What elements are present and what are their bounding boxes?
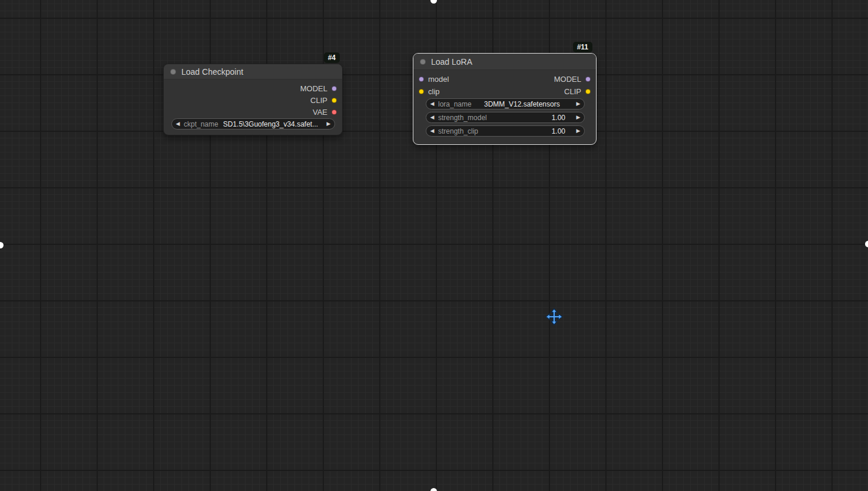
model-input-slot-dot[interactable] [419,77,424,82]
increment-arrow-icon[interactable]: ▶ [572,99,584,109]
widget-value: 1.00 [478,127,572,135]
decrement-arrow-icon[interactable]: ◀ [426,126,438,136]
edge-handle-bottom[interactable] [430,488,437,491]
decrement-arrow-icon[interactable]: ◀ [426,99,438,109]
increment-arrow-icon[interactable]: ▶ [572,126,584,136]
widget-label: ckpt_name [184,120,218,128]
widget-label: lora_name [438,100,472,108]
slot-row: VAE [164,106,342,118]
increment-arrow-icon[interactable]: ▶ [572,112,584,122]
strength-clip-widget[interactable]: ◀ strength_clip 1.00 ▶ [426,125,585,137]
edge-handle-top[interactable] [430,0,437,4]
vae-output-slot-dot[interactable] [332,110,337,115]
collapse-dot-icon[interactable] [170,69,176,75]
output-slot-label: CLIP [564,87,581,96]
decrement-arrow-icon[interactable]: ◀ [426,112,438,122]
ckpt-name-widget[interactable]: ◀ ckpt_name SD1.5\3Guofeng3_v34.safet...… [171,118,335,130]
increment-arrow-icon[interactable]: ▶ [323,119,334,129]
widget-value: SD1.5\3Guofeng3_v34.safet... [223,120,323,128]
node-id-badge: #4 [324,52,340,63]
clip-output-slot-dot[interactable] [332,98,337,103]
model-output-slot-dot[interactable] [332,86,337,91]
widget-value: 1.00 [487,114,572,122]
widget-label: strength_clip [438,127,478,135]
collapse-dot-icon[interactable] [420,59,426,65]
lora-name-widget[interactable]: ◀ lora_name 3DMM_V12.safetensors ▶ [426,98,585,110]
output-slot-label: VAE [313,108,327,117]
node-load-checkpoint[interactable]: #4 Load Checkpoint MODEL CLIP VAE [163,64,343,135]
slot-row: CLIP [164,94,342,106]
slot-row: model MODEL [413,73,596,85]
node-title-bar[interactable]: Load Checkpoint [164,64,342,79]
widget-label: strength_model [438,114,487,122]
node-title: Load LoRA [431,57,472,67]
output-slot-label: CLIP [310,96,327,105]
input-slot-label: model [428,75,449,84]
node-graph-canvas[interactable]: #4 Load Checkpoint MODEL CLIP VAE [0,0,868,491]
move-cursor-icon [545,308,563,326]
decrement-arrow-icon[interactable]: ◀ [172,119,184,129]
widget-value: 3DMM_V12.safetensors [472,100,572,108]
node-title: Load Checkpoint [181,67,243,77]
node-title-bar[interactable]: Load LoRA [413,54,596,70]
slot-row: MODEL [164,82,342,94]
output-slot-label: MODEL [300,84,327,93]
model-output-slot-dot[interactable] [585,77,591,82]
strength-model-widget[interactable]: ◀ strength_model 1.00 ▶ [426,112,585,123]
node-load-lora[interactable]: #11 Load LoRA model MODEL clip [413,53,597,145]
clip-output-slot-dot[interactable] [585,89,591,94]
node-id-badge: #11 [573,42,592,52]
slot-row: clip CLIP [413,85,596,98]
output-slot-label: MODEL [554,75,581,84]
clip-input-slot-dot[interactable] [419,89,424,94]
input-slot-label: clip [428,87,440,96]
edge-handle-right[interactable] [865,241,868,247]
edge-handle-left[interactable] [0,242,4,248]
